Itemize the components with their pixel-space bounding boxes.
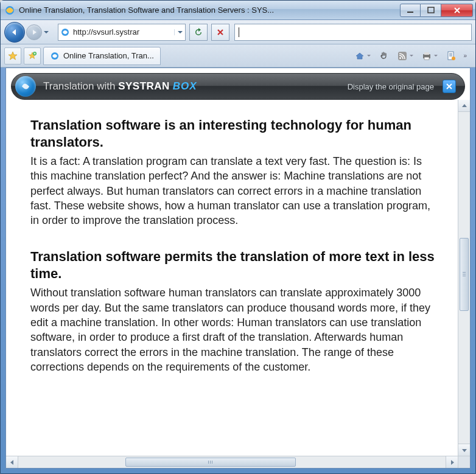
- scroll-thumb[interactable]: [460, 238, 469, 311]
- close-button[interactable]: [441, 4, 473, 17]
- scroll-track[interactable]: [18, 456, 446, 468]
- tab-site-icon: [50, 51, 60, 61]
- scroll-thumb[interactable]: [125, 458, 296, 467]
- paragraph-1: It is a fact: A translation program can …: [30, 154, 439, 228]
- command-bar: »: [351, 48, 472, 64]
- svg-point-7: [400, 57, 402, 59]
- scroll-up-button[interactable]: [458, 100, 470, 112]
- svg-point-12: [452, 57, 455, 60]
- heading-2: Translation software permits the transla…: [30, 248, 439, 282]
- vertical-scrollbar[interactable]: [458, 100, 470, 456]
- add-favorites-button[interactable]: [24, 47, 41, 64]
- nav-arrows: [4, 22, 51, 43]
- address-dropdown[interactable]: [174, 29, 185, 35]
- stop-button[interactable]: [211, 24, 229, 41]
- search-input[interactable]: [234, 24, 472, 41]
- toolbar-overflow[interactable]: »: [461, 52, 469, 59]
- ie-logo-icon: [4, 5, 15, 16]
- page-button[interactable]: [443, 48, 460, 64]
- site-icon: [58, 27, 72, 37]
- paragraph-2: Without translation software human trans…: [30, 285, 439, 374]
- recent-pages-dropdown[interactable]: [42, 28, 51, 37]
- scroll-track[interactable]: [458, 112, 470, 444]
- content-area: Translation with SYSTRAN BOX Display the…: [5, 68, 471, 469]
- chevron-down-icon: [433, 54, 438, 58]
- horizontal-scrollbar[interactable]: [6, 456, 470, 468]
- svg-rect-1: [407, 12, 413, 13]
- window-title: Online Translation, Translation Software…: [19, 5, 400, 15]
- systran-close-button[interactable]: [443, 80, 456, 93]
- text-cursor: [239, 27, 239, 37]
- refresh-button[interactable]: [189, 24, 208, 41]
- systran-logo-icon: [15, 76, 36, 97]
- tab-active[interactable]: Online Translation, Tran...: [43, 47, 161, 65]
- svg-rect-2: [428, 7, 434, 13]
- systran-brand-text: Translation with SYSTRAN BOX: [43, 80, 197, 92]
- svg-rect-9: [424, 52, 429, 55]
- scroll-left-button[interactable]: [6, 456, 18, 468]
- page-viewport: Translation software is an interesting t…: [6, 100, 470, 456]
- display-original-link[interactable]: Display the original page: [348, 82, 434, 91]
- print-button[interactable]: [418, 48, 441, 64]
- heading-1: Translation software is an interesting t…: [30, 117, 439, 150]
- maximize-button[interactable]: [421, 4, 441, 17]
- feeds-button[interactable]: [394, 48, 417, 64]
- favorites-button[interactable]: [4, 47, 21, 64]
- tab-bar: Online Translation, Tran... »: [1, 44, 475, 68]
- url-text: http://svsurl.systrar: [72, 27, 174, 37]
- page-body: Translation software is an interesting t…: [6, 100, 458, 456]
- browser-window: Online Translation, Translation Software…: [0, 0, 476, 474]
- svg-rect-6: [398, 52, 407, 60]
- window-buttons: [400, 4, 473, 17]
- scroll-corner: [458, 456, 470, 468]
- forward-button[interactable]: [26, 24, 42, 40]
- scroll-right-button[interactable]: [446, 456, 458, 468]
- svg-rect-10: [424, 57, 429, 60]
- address-bar[interactable]: http://svsurl.systrar: [58, 24, 186, 41]
- tab-label: Online Translation, Tran...: [63, 51, 154, 60]
- systran-toolbar: Translation with SYSTRAN BOX Display the…: [11, 73, 465, 100]
- back-button[interactable]: [4, 22, 25, 43]
- nav-bar: http://svsurl.systrar: [1, 20, 475, 44]
- scroll-down-button[interactable]: [458, 444, 470, 456]
- titlebar: Online Translation, Translation Software…: [1, 1, 475, 20]
- hand-tool-button[interactable]: [376, 48, 393, 64]
- minimize-button[interactable]: [400, 4, 421, 17]
- home-button[interactable]: [351, 48, 374, 64]
- chevron-down-icon: [409, 54, 414, 58]
- chevron-down-icon: [366, 54, 371, 58]
